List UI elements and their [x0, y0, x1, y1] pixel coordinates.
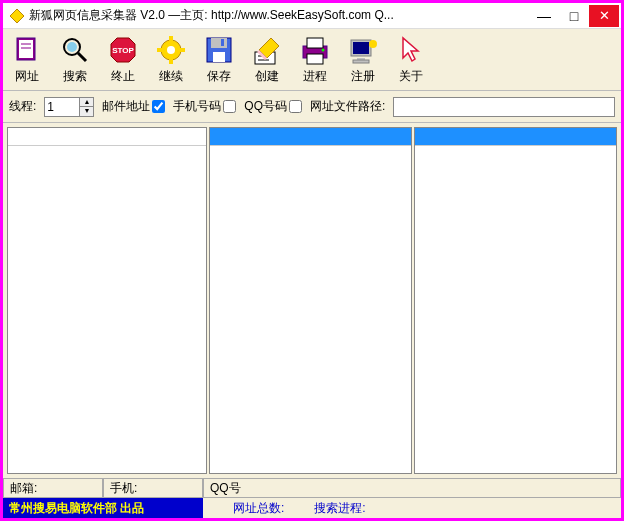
- svg-text:STOP: STOP: [112, 46, 134, 55]
- middle-pane: [209, 127, 412, 474]
- svg-rect-32: [353, 60, 369, 63]
- app-icon: [9, 8, 25, 24]
- status-mailbox: 邮箱:: [3, 478, 103, 498]
- app-window: 新狐网页信息采集器 V2.0 —主页: http://www.SeekEasyS…: [0, 0, 624, 521]
- svg-rect-30: [353, 42, 369, 54]
- svg-line-6: [78, 53, 86, 61]
- brand-label: 常州搜易电脑软件部 出品: [3, 498, 203, 518]
- titlebar[interactable]: 新狐网页信息采集器 V2.0 —主页: http://www.SeekEasyS…: [3, 3, 621, 29]
- left-pane-body[interactable]: [8, 146, 206, 473]
- status-bar-1: 邮箱: 手机: QQ号: [3, 478, 621, 498]
- thread-down[interactable]: ▼: [80, 107, 93, 116]
- book-icon: [11, 34, 43, 66]
- status-phone: 手机:: [103, 478, 203, 498]
- window-controls: — □ ✕: [529, 5, 619, 27]
- close-button[interactable]: ✕: [589, 5, 619, 27]
- qq-label: QQ号码: [244, 98, 287, 115]
- pencil-icon: [251, 34, 283, 66]
- svg-rect-12: [169, 36, 173, 42]
- window-title: 新狐网页信息采集器 V2.0 —主页: http://www.SeekEasyS…: [29, 7, 529, 24]
- about-button[interactable]: 关于: [395, 34, 427, 85]
- svg-point-28: [322, 49, 325, 52]
- thread-spinner[interactable]: ▲ ▼: [44, 97, 94, 117]
- qq-checkbox[interactable]: [289, 100, 302, 113]
- gear-icon: [155, 34, 187, 66]
- thread-input[interactable]: [45, 100, 79, 114]
- svg-rect-27: [307, 54, 323, 64]
- status-info: 网址总数: 搜索进程:: [203, 498, 621, 518]
- phone-checkbox-group: 手机号码: [173, 98, 236, 115]
- search-button-label: 搜索: [63, 68, 87, 85]
- email-checkbox[interactable]: [152, 100, 165, 113]
- phone-label: 手机号码: [173, 98, 221, 115]
- svg-point-11: [167, 46, 175, 54]
- svg-point-7: [67, 42, 77, 52]
- process-button[interactable]: 进程: [299, 34, 331, 85]
- status-qq: QQ号: [203, 478, 621, 498]
- svg-point-33: [369, 40, 377, 48]
- status-bar-2: 常州搜易电脑软件部 出品 网址总数: 搜索进程:: [3, 498, 621, 518]
- right-pane-header[interactable]: [415, 128, 616, 146]
- maximize-button[interactable]: □: [559, 5, 589, 27]
- svg-rect-13: [169, 58, 173, 64]
- options-bar: 线程: ▲ ▼ 邮件地址 手机号码 QQ号码 网址文件路径:: [3, 91, 621, 123]
- phone-checkbox[interactable]: [223, 100, 236, 113]
- search-progress-label: 搜索进程:: [314, 500, 365, 517]
- floppy-icon: [203, 34, 235, 66]
- thread-up[interactable]: ▲: [80, 98, 93, 107]
- printer-icon: [299, 34, 331, 66]
- continue-button[interactable]: 继续: [155, 34, 187, 85]
- content-area: [3, 123, 621, 478]
- svg-rect-19: [221, 39, 224, 46]
- email-checkbox-group: 邮件地址: [102, 98, 165, 115]
- continue-button-label: 继续: [159, 68, 183, 85]
- svg-rect-17: [211, 38, 227, 48]
- left-pane-header[interactable]: [8, 128, 206, 146]
- svg-rect-18: [213, 52, 225, 62]
- svg-rect-26: [307, 38, 323, 48]
- svg-rect-15: [179, 48, 185, 52]
- create-button-label: 创建: [255, 68, 279, 85]
- process-button-label: 进程: [303, 68, 327, 85]
- url-button[interactable]: 网址: [11, 34, 43, 85]
- save-button-label: 保存: [207, 68, 231, 85]
- create-button[interactable]: 创建: [251, 34, 283, 85]
- register-button-label: 注册: [351, 68, 375, 85]
- middle-pane-header[interactable]: [210, 128, 411, 146]
- svg-rect-14: [157, 48, 163, 52]
- minimize-button[interactable]: —: [529, 5, 559, 27]
- search-icon: [59, 34, 91, 66]
- middle-pane-body[interactable]: [210, 146, 411, 473]
- thread-label: 线程:: [9, 98, 36, 115]
- stop-icon: STOP: [107, 34, 139, 66]
- computer-icon: [347, 34, 379, 66]
- cursor-icon: [395, 34, 427, 66]
- email-label: 邮件地址: [102, 98, 150, 115]
- svg-marker-0: [10, 9, 24, 23]
- save-button[interactable]: 保存: [203, 34, 235, 85]
- stop-button[interactable]: STOP终止: [107, 34, 139, 85]
- stop-button-label: 终止: [111, 68, 135, 85]
- url-total-label: 网址总数:: [233, 500, 284, 517]
- toolbar: 网址搜索STOP终止继续保存创建进程注册关于: [3, 29, 621, 91]
- qq-checkbox-group: QQ号码: [244, 98, 302, 115]
- path-label: 网址文件路径:: [310, 98, 385, 115]
- right-pane: [414, 127, 617, 474]
- search-button[interactable]: 搜索: [59, 34, 91, 85]
- about-button-label: 关于: [399, 68, 423, 85]
- url-button-label: 网址: [15, 68, 39, 85]
- path-input[interactable]: [393, 97, 615, 117]
- svg-rect-2: [19, 40, 33, 58]
- right-pane-body[interactable]: [415, 146, 616, 473]
- register-button[interactable]: 注册: [347, 34, 379, 85]
- left-pane: [7, 127, 207, 474]
